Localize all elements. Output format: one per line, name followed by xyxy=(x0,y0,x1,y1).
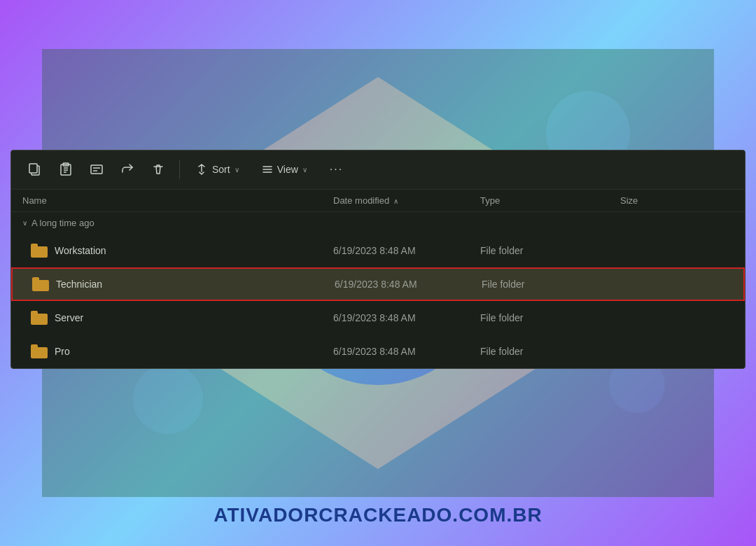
file-name-cell: Workstation xyxy=(11,244,333,258)
table-row[interactable]: Server 6/19/2023 8:48 AM File folder xyxy=(11,301,745,335)
file-name: Pro xyxy=(55,346,70,357)
col-size-header[interactable]: Size xyxy=(620,195,745,206)
file-name-cell: Pro xyxy=(11,344,333,358)
view-button[interactable]: View ∨ xyxy=(253,160,316,179)
file-name: Workstation xyxy=(55,245,106,256)
date-sort-indicator: ∧ xyxy=(393,197,398,205)
file-date: 6/19/2023 8:48 AM xyxy=(335,279,482,290)
file-type: File folder xyxy=(480,245,620,256)
section-chevron: ∨ xyxy=(22,219,27,227)
section-label: A long time ago xyxy=(31,218,94,228)
col-date-header[interactable]: Date modified ∧ xyxy=(333,195,480,206)
page-container: Sort ∨ View ∨ ··· Name Date xyxy=(0,0,756,546)
file-type: File folder xyxy=(480,312,620,323)
view-label: View xyxy=(277,164,298,175)
copy-icon[interactable] xyxy=(22,157,48,182)
more-button[interactable]: ··· xyxy=(321,159,351,180)
table-row[interactable]: Pro 6/19/2023 8:48 AM File folder xyxy=(11,335,745,368)
folder-icon xyxy=(31,344,48,358)
paste-icon[interactable] xyxy=(53,157,78,182)
file-type: File folder xyxy=(480,346,620,357)
svg-rect-21 xyxy=(91,165,102,174)
toolbar: Sort ∨ View ∨ ··· xyxy=(11,150,745,190)
watermark-text: ATIVADORCRACKEADO.COM.BR xyxy=(0,504,756,526)
file-date: 6/19/2023 8:48 AM xyxy=(333,312,480,323)
file-type: File folder xyxy=(482,279,622,290)
file-date: 6/19/2023 8:48 AM xyxy=(333,245,480,256)
folder-icon xyxy=(31,311,48,325)
file-name-cell: Server xyxy=(11,311,333,325)
file-date: 6/19/2023 8:48 AM xyxy=(333,346,480,357)
col-name-header[interactable]: Name xyxy=(11,195,333,206)
svg-rect-15 xyxy=(29,164,37,173)
more-dots: ··· xyxy=(330,163,343,176)
file-name-cell: Technician xyxy=(13,277,335,291)
explorer-window: Sort ∨ View ∨ ··· Name Date xyxy=(10,150,746,369)
rename-icon[interactable] xyxy=(84,157,109,182)
column-headers: Name Date modified ∧ Type Size xyxy=(11,190,745,212)
delete-icon[interactable] xyxy=(146,157,171,182)
file-list: Workstation 6/19/2023 8:48 AM File folde… xyxy=(11,234,745,368)
sort-chevron: ∨ xyxy=(234,166,239,174)
share-icon[interactable] xyxy=(115,157,140,182)
toolbar-divider-1 xyxy=(179,160,180,179)
section-header-long-ago: ∨ A long time ago xyxy=(11,212,745,234)
view-chevron: ∨ xyxy=(302,166,307,174)
col-type-header[interactable]: Type xyxy=(480,195,620,206)
sort-button[interactable]: Sort ∨ xyxy=(188,160,248,179)
folder-icon xyxy=(31,244,48,258)
table-row[interactable]: Technician 6/19/2023 8:48 AM File folder xyxy=(11,267,745,301)
folder-icon xyxy=(32,277,49,291)
file-name: Technician xyxy=(56,279,102,290)
sort-label: Sort xyxy=(212,164,230,175)
table-row[interactable]: Workstation 6/19/2023 8:48 AM File folde… xyxy=(11,234,745,267)
file-name: Server xyxy=(55,312,83,323)
